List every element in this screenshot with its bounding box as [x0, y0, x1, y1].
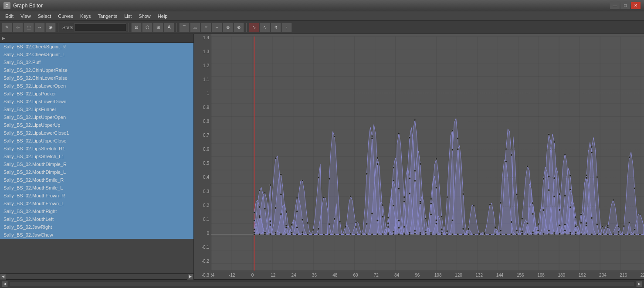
- curve-item[interactable]: Sally_BS_02.MouthFrown_L: [0, 200, 193, 207]
- curve-item[interactable]: Sally_BS_02.LipsUpperOpen: [0, 113, 193, 121]
- svg-point-43: [253, 234, 255, 235]
- menu-item-tangents[interactable]: Tangents: [95, 13, 121, 20]
- curve-item[interactable]: Sally_BS_02.ChinUpperRaise: [0, 66, 193, 74]
- curve-item[interactable]: Sally_BS_02.LipsLowerOpen: [0, 82, 193, 90]
- curve-item[interactable]: Sally_BS_02.JawChew: [0, 231, 193, 239]
- svg-point-259: [586, 174, 587, 176]
- curve-item[interactable]: Sally_BS_02.MouthLeft: [0, 215, 193, 223]
- menu-item-show[interactable]: Show: [135, 13, 154, 20]
- curve-item[interactable]: Sally_BS_02.LipsPucker: [0, 90, 193, 98]
- svg-point-405: [542, 209, 544, 211]
- svg-point-279: [280, 193, 282, 195]
- svg-point-262: [602, 226, 603, 227]
- curve-item[interactable]: Sally_BS_02.MouthRight: [0, 207, 193, 215]
- svg-point-404: [537, 223, 539, 225]
- graph-area[interactable]: 1.41.31.21.110.90.80.70.60.50.40.30.20.1…: [194, 34, 644, 279]
- curve-item[interactable]: Sally_BS_02.LipsUpperClose: [0, 137, 193, 145]
- curve-item[interactable]: Sally_BS_02.MouthDimple_R: [0, 160, 193, 168]
- maximize-button[interactable]: □: [620, 2, 630, 9]
- svg-point-382: [420, 234, 421, 235]
- svg-point-57: [328, 223, 330, 225]
- bottom-scroll-left[interactable]: ◀: [2, 281, 8, 287]
- list-left-btn[interactable]: ◀: [0, 274, 6, 280]
- svg-point-218: [366, 234, 368, 235]
- svg-point-149: [409, 232, 410, 234]
- bottom-hscroll[interactable]: [10, 281, 634, 287]
- svg-point-52: [302, 180, 303, 181]
- svg-point-49: [285, 227, 287, 228]
- list-right-btn[interactable]: ▶: [187, 274, 193, 280]
- menu-item-help[interactable]: Help: [154, 13, 171, 20]
- menu-item-keys[interactable]: Keys: [77, 13, 94, 20]
- curve-item[interactable]: Sally_BS_02.LipsStretch_R1: [0, 145, 193, 152]
- svg-point-353: [264, 234, 266, 235]
- svg-point-143: [376, 234, 378, 235]
- tool-key-btn[interactable]: ⬚: [24, 23, 34, 32]
- tool-move-btn[interactable]: ↔: [34, 23, 45, 32]
- curve-list[interactable]: Sally_BS_02.CheekSquint_RSally_BS_02.Che…: [0, 43, 193, 273]
- svg-point-385: [435, 234, 437, 235]
- svg-point-200: [269, 233, 271, 235]
- svg-point-335: [580, 213, 582, 215]
- title-bar: G Graph Editor — □ ✕: [0, 0, 644, 11]
- svg-point-300: [393, 231, 394, 233]
- curve-item[interactable]: Sally_BS_02.JawRight: [0, 223, 193, 231]
- curve-item[interactable]: Sally_BS_02.MouthSmile_R: [0, 176, 193, 184]
- svg-point-154: [435, 223, 437, 224]
- tool-select-btn[interactable]: ⊹: [13, 23, 23, 32]
- curve-4[interactable]: ⋮: [281, 23, 292, 32]
- menu-item-list[interactable]: List: [121, 13, 135, 20]
- curve-item[interactable]: Sally_BS_02.MouthFrown_R: [0, 192, 193, 200]
- curve-item[interactable]: Sally_BS_02.CheekSquint_R: [0, 43, 193, 51]
- tool-keys-btn[interactable]: ⬡: [142, 23, 153, 32]
- curve-item[interactable]: Sally_BS_02.ChinLowerRaise: [0, 74, 193, 82]
- tangent-1[interactable]: ⌒: [179, 23, 190, 32]
- graph-svg[interactable]: [211, 34, 644, 279]
- curve-2[interactable]: ∿: [260, 23, 270, 32]
- svg-point-171: [526, 234, 528, 235]
- svg-point-197: [253, 212, 255, 213]
- bottom-scroll-right[interactable]: ▶: [636, 281, 642, 287]
- curve-item[interactable]: Sally_BS_02.CheekSquint_L: [0, 51, 193, 58]
- svg-point-114: [634, 187, 635, 189]
- curve-item[interactable]: Sally_BS_02.MouthSmile_L: [0, 184, 193, 192]
- menu-bar: EditViewSelectCurvesKeysTangentsListShow…: [0, 11, 644, 21]
- svg-point-84: [473, 205, 475, 207]
- curve-1[interactable]: ∿: [249, 23, 259, 32]
- tool-a-btn[interactable]: A: [164, 23, 174, 32]
- curve-item[interactable]: Sally_BS_02.LipsStretch_L1: [0, 152, 193, 160]
- svg-point-318: [489, 234, 491, 235]
- curve-3[interactable]: ↯: [271, 23, 281, 32]
- tool-graph-btn[interactable]: ⊞: [153, 23, 163, 32]
- tangent-4[interactable]: ↔: [212, 23, 222, 32]
- window-controls: — □ ✕: [610, 2, 641, 9]
- tangent-6[interactable]: ⊗: [234, 23, 244, 32]
- curve-item[interactable]: Sally_BS_02.LipsLowerDown: [0, 98, 193, 105]
- svg-point-45: [264, 192, 266, 194]
- svg-point-182: [586, 177, 587, 179]
- svg-point-253: [553, 196, 555, 197]
- tangent-2[interactable]: ⌓: [190, 23, 200, 32]
- menu-item-curves[interactable]: Curves: [54, 13, 77, 20]
- curve-item[interactable]: Sally_BS_02.LipsFunnel: [0, 105, 193, 113]
- svg-point-327: [537, 234, 539, 235]
- stats-input[interactable]: [74, 24, 126, 31]
- minimize-button[interactable]: —: [610, 2, 620, 9]
- tool-edit-btn[interactable]: ✎: [2, 23, 12, 32]
- curve-item[interactable]: Sally_BS_02.LipsUpperUp: [0, 121, 193, 129]
- menu-item-edit[interactable]: Edit: [2, 13, 17, 20]
- curve-item[interactable]: Sally_BS_02.LipsLowerClose1: [0, 129, 193, 137]
- tool-frame-btn[interactable]: ⊡: [131, 23, 142, 32]
- tangent-5[interactable]: ⊕: [223, 23, 233, 32]
- menu-item-select[interactable]: Select: [34, 13, 55, 20]
- tool-scale-btn[interactable]: ◉: [45, 23, 56, 32]
- close-button[interactable]: ✕: [631, 2, 641, 9]
- curve-item[interactable]: Sally_BS_02.MouthDimple_L: [0, 168, 193, 176]
- y-label: 0.4: [194, 175, 211, 180]
- curve-item[interactable]: Sally_BS_02.Puff: [0, 58, 193, 66]
- svg-point-399: [511, 221, 512, 223]
- svg-point-81: [457, 148, 459, 150]
- menu-item-view[interactable]: View: [17, 13, 34, 20]
- tangent-3[interactable]: ⌔: [201, 23, 211, 32]
- list-hscroll-track[interactable]: [6, 274, 187, 279]
